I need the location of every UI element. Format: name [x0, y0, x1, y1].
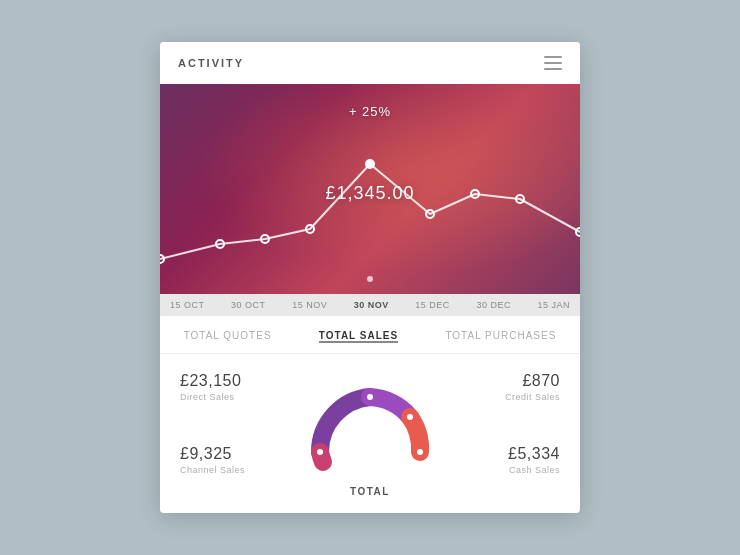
stat-credit-sales: £870 Credit Sales [440, 372, 560, 422]
stat-direct-sales-label: Direct Sales [180, 392, 300, 402]
svg-point-9 [367, 276, 373, 282]
donut-chart-container: TOTAL [300, 372, 440, 497]
stat-cash-sales-value: £5,334 [440, 445, 560, 463]
stat-credit-sales-value: £870 [440, 372, 560, 390]
main-card: ACTIVITY + 25% £1,345.00 [160, 42, 580, 513]
donut-label: TOTAL [350, 486, 390, 497]
stat-direct-sales: £23,150 Direct Sales [180, 372, 300, 422]
svg-point-10 [340, 422, 400, 482]
tab-total-purchases[interactable]: TOTAL PURCHASES [445, 328, 556, 343]
svg-point-13 [407, 414, 413, 420]
donut-chart-svg [305, 372, 435, 482]
tab-total-quotes[interactable]: TOTAL QUOTES [184, 328, 272, 343]
stat-cash-sales-label: Cash Sales [440, 465, 560, 475]
hamburger-line [544, 56, 562, 58]
page-title: ACTIVITY [178, 57, 244, 69]
xaxis-label-1: 30 OCT [231, 300, 266, 310]
xaxis-label-3: 30 NOV [354, 300, 389, 310]
chart-area: + 25% £1,345.00 [160, 84, 580, 294]
tabs-bar: TOTAL QUOTES TOTAL SALES TOTAL PURCHASES [160, 316, 580, 354]
hamburger-line [544, 62, 562, 64]
stat-direct-sales-value: £23,150 [180, 372, 300, 390]
svg-point-14 [417, 449, 423, 455]
svg-point-11 [317, 449, 323, 455]
xaxis-label-2: 15 NOV [292, 300, 327, 310]
svg-point-12 [367, 394, 373, 400]
chart-value-label: £1,345.00 [325, 183, 414, 204]
xaxis-label-0: 15 OCT [170, 300, 205, 310]
stat-channel-sales: £9,325 Channel Sales [180, 445, 300, 475]
stat-cash-sales: £5,334 Cash Sales [440, 445, 560, 475]
stats-area: £23,150 Direct Sales [160, 354, 580, 513]
xaxis-label-5: 30 DEC [476, 300, 511, 310]
chart-percent-label: + 25% [349, 104, 391, 119]
stat-credit-sales-label: Credit Sales [440, 392, 560, 402]
menu-button[interactable] [544, 56, 562, 70]
xaxis-label-4: 15 DEC [415, 300, 450, 310]
xaxis-label-6: 15 JAN [537, 300, 570, 310]
header: ACTIVITY [160, 42, 580, 84]
svg-point-4 [366, 160, 374, 168]
chart-xaxis: 15 OCT 30 OCT 15 NOV 30 NOV 15 DEC 30 DE… [160, 294, 580, 316]
stat-channel-sales-value: £9,325 [180, 445, 300, 463]
hamburger-line [544, 68, 562, 70]
tab-total-sales[interactable]: TOTAL SALES [319, 328, 398, 343]
stat-channel-sales-label: Channel Sales [180, 465, 300, 475]
